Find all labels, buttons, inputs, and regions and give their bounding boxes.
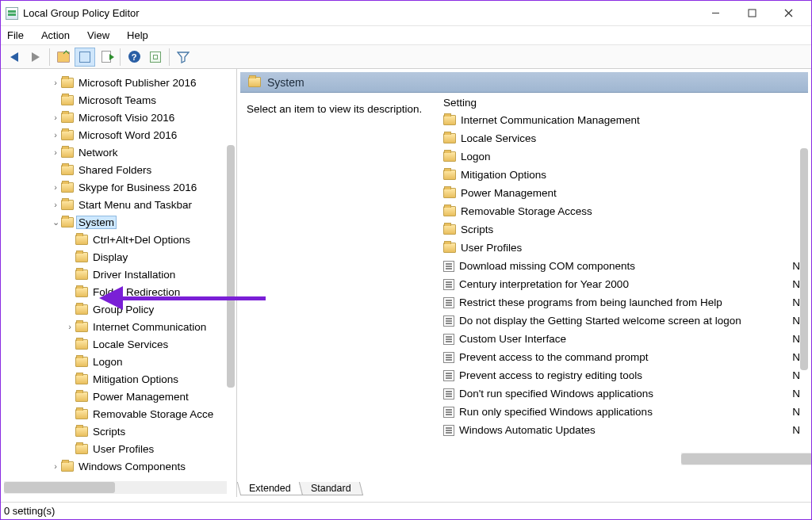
tree-item[interactable]: Mitigation Options [4,370,236,388]
list-item[interactable]: Scripts [443,220,803,239]
list-item-label: Logon [461,151,491,162]
tree-item[interactable]: Locale Services [4,335,236,353]
list-item[interactable]: Locale Services [443,129,803,147]
filter-button[interactable] [173,48,193,67]
tab-standard[interactable]: Standard [299,482,363,495]
tree-item[interactable]: ›Skype for Business 2016 [4,178,236,196]
tree-item[interactable]: Scripts [4,422,236,440]
export-button[interactable] [96,48,117,67]
up-button[interactable] [53,48,74,67]
tree-item[interactable]: ›Microsoft Word 2016 [4,126,236,143]
tree-item-label: Mitigation Options [91,373,180,385]
scrollbar-thumb[interactable] [4,482,115,493]
statusbar: 0 setting(s) [1,502,811,519]
properties-icon [79,52,90,63]
tree-item[interactable]: Microsoft Teams [4,91,236,109]
folder-icon [75,235,88,245]
list-item[interactable]: Removable Storage Access [443,202,803,220]
tree-item[interactable]: Removable Storage Acce [4,405,236,422]
forward-button[interactable] [25,48,46,67]
list-item-label: Prevent access to the command prompt [459,351,649,363]
chevron-right-icon[interactable]: › [50,147,61,157]
list-item[interactable]: Custom User InterfaceN [443,330,803,348]
titlebar: Local Group Policy Editor [1,1,811,26]
separator [169,48,170,66]
tree-item-label: Microsoft Visio 2016 [77,112,176,124]
tree-item[interactable]: ›Microsoft Publisher 2016 [4,74,236,91]
minimize-button[interactable] [697,2,733,25]
chevron-right-icon[interactable]: › [50,182,61,192]
list-item[interactable]: Don't run specified Windows applications… [443,384,803,403]
menu-file[interactable]: File [4,28,27,43]
tree-item[interactable]: Logon [4,353,236,370]
chevron-right-icon[interactable]: › [64,322,75,331]
menu-action[interactable]: Action [38,28,73,43]
tree-item[interactable]: Power Management [4,388,236,405]
list-item[interactable]: Prevent access to registry editing tools… [443,366,803,384]
help-icon: ? [128,51,140,63]
tree-hscrollbar[interactable] [4,481,227,494]
tree-item[interactable]: Folder Redirection [4,283,236,300]
tab-extended[interactable]: Extended [237,482,303,495]
tree-item[interactable]: Display [4,248,236,266]
chevron-right-icon[interactable]: › [50,78,61,87]
folder-icon [75,304,88,315]
list-item[interactable]: Internet Communication Management [443,111,803,129]
menu-help[interactable]: Help [124,28,151,43]
list-item-label: Don't run specified Windows applications [459,388,653,400]
folder-icon [61,461,74,472]
column-header-setting[interactable]: Setting [439,94,808,109]
tree-item-label: Skype for Business 2016 [77,182,198,193]
list-item[interactable]: User Profiles [443,239,803,257]
maximize-button[interactable] [733,2,770,25]
tree-vscrollbar[interactable] [227,145,235,388]
tree-item[interactable]: Driver Installation [4,266,236,283]
back-button[interactable] [4,48,25,67]
chevron-right-icon[interactable]: › [50,130,61,140]
status-text: 0 setting(s) [4,505,55,517]
tree-item[interactable]: Group Policy [4,300,236,318]
list-item[interactable]: Century interpretation for Year 2000N [443,275,803,293]
chevron-right-icon[interactable]: › [50,200,61,209]
tree[interactable]: ›Microsoft Publisher 2016Microsoft Teams… [1,74,236,468]
list-item[interactable]: Windows Automatic UpdatesN [443,421,803,439]
list-item[interactable]: Power Management [443,184,803,202]
tree-item[interactable]: ›Internet Communication [4,318,236,335]
tree-item[interactable]: ›Microsoft Visio 2016 [4,109,236,126]
tree-item-label: Microsoft Teams [77,94,158,106]
help-button[interactable]: ? [124,48,144,67]
setting-icon [443,407,454,418]
tree-item[interactable]: ›Start Menu and Taskbar [4,196,236,213]
scrollbar-thumb[interactable] [681,453,812,465]
close-button[interactable] [770,2,806,25]
tree-item-label: Scripts [91,426,127,438]
settings-list[interactable]: Internet Communication ManagementLocale … [439,109,808,441]
properties-button[interactable] [75,48,95,67]
folder-icon [61,165,74,175]
folder-icon [75,374,88,384]
list-item[interactable]: Prevent access to the command promptN [443,348,803,366]
setting-icon [443,261,454,272]
list-item[interactable]: Restrict these programs from being launc… [443,293,803,312]
right-header: System [240,72,808,93]
tree-item[interactable]: Ctrl+Alt+Del Options [4,231,236,248]
list-item[interactable]: Do not display the Getting Started welco… [443,312,803,330]
folder-icon [61,95,74,105]
right-hscrollbar[interactable] [681,453,812,465]
chevron-right-icon[interactable]: › [50,461,61,471]
tree-item[interactable]: Shared Folders [4,161,236,178]
right-vscrollbar[interactable] [800,148,808,370]
list-item[interactable]: Mitigation Options [443,166,803,184]
setting-icon [443,279,454,290]
tree-item[interactable]: ⌄System [4,213,236,231]
templates-button[interactable] [145,48,166,67]
tree-item[interactable]: ›Network [4,143,236,161]
menu-view[interactable]: View [84,28,113,43]
list-item[interactable]: Download missing COM componentsN [443,257,803,275]
list-item[interactable]: Run only specified Windows applicationsN [443,403,803,421]
tree-item[interactable]: User Profiles [4,440,236,457]
list-item[interactable]: Logon [443,147,803,166]
tree-item[interactable]: ›Windows Components [4,457,236,475]
chevron-right-icon[interactable]: › [50,113,61,122]
chevron-down-icon[interactable]: ⌄ [50,217,61,228]
